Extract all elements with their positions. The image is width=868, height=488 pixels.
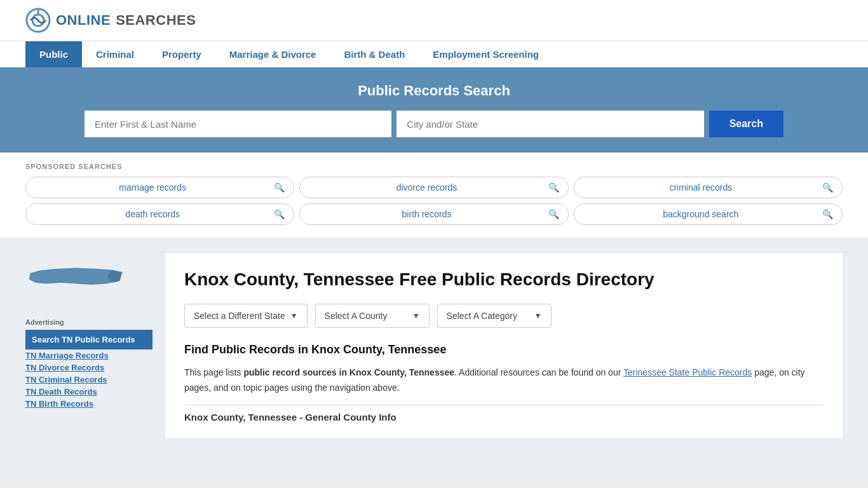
state-dropdown-label: Select a Different State <box>194 311 285 321</box>
sponsored-tag-criminal[interactable]: criminal records 🔍 <box>574 177 843 198</box>
search-fields: Search <box>85 111 783 137</box>
category-dropdown-label: Select A Category <box>447 311 517 321</box>
tennessee-map-svg <box>25 253 127 304</box>
logo[interactable]: ONLINE SEARCHES <box>25 8 196 33</box>
nav-item-employment[interactable]: Employment Screening <box>419 41 553 67</box>
sidebar-advertising-label: Advertising <box>25 318 153 326</box>
category-dropdown-arrow: ▼ <box>534 311 542 320</box>
sponsored-tag-background[interactable]: background search 🔍 <box>574 203 843 225</box>
state-dropdown-arrow: ▼ <box>290 311 298 320</box>
search-icon-background: 🔍 <box>822 209 833 219</box>
sidebar-link-criminal[interactable]: TN Criminal Records <box>25 375 153 384</box>
tn-records-link[interactable]: Tennessee State Public Records <box>623 367 752 377</box>
search-banner-title: Public Records Search <box>25 83 843 99</box>
content-area: Knox County, Tennessee Free Public Recor… <box>165 253 843 438</box>
category-dropdown[interactable]: Select A Category ▼ <box>437 304 552 328</box>
state-dropdown[interactable]: Select a Different State ▼ <box>184 304 308 328</box>
county-general-heading: Knox County, Tennessee - General County … <box>184 412 824 423</box>
logo-text-online: ONLINE <box>56 12 111 29</box>
sidebar-ad-highlight[interactable]: Search TN Public Records <box>25 330 153 349</box>
sidebar: Advertising Search TN Public Records TN … <box>25 253 153 438</box>
nav-item-birth-death[interactable]: Birth & Death <box>330 41 419 67</box>
sponsored-label: SPONSORED SEARCHES <box>25 163 843 170</box>
sidebar-link-death[interactable]: TN Death Records <box>25 387 153 396</box>
sponsored-tag-death[interactable]: death records 🔍 <box>25 203 294 225</box>
search-icon-divorce: 🔍 <box>548 182 559 193</box>
sponsored-grid: marriage records 🔍 divorce records 🔍 cri… <box>25 177 843 225</box>
logo-text-searches: SEARCHES <box>116 12 196 29</box>
location-input[interactable] <box>397 111 703 137</box>
sidebar-link-marriage[interactable]: TN Marriage Records <box>25 351 153 360</box>
county-dropdown-arrow: ▼ <box>412 311 420 320</box>
main-content: Advertising Search TN Public Records TN … <box>0 238 868 453</box>
page-title: Knox County, Tennessee Free Public Recor… <box>184 268 824 291</box>
sponsored-tag-birth[interactable]: birth records 🔍 <box>299 203 568 225</box>
tn-map <box>25 253 153 306</box>
search-button[interactable]: Search <box>709 111 783 137</box>
dropdown-row: Select a Different State ▼ Select A Coun… <box>184 304 824 328</box>
description-text: This page lists public record sources in… <box>184 365 824 396</box>
sponsored-tag-marriage[interactable]: marriage records 🔍 <box>25 177 294 198</box>
section-divider <box>184 405 824 405</box>
logo-icon <box>25 8 51 33</box>
county-dropdown-label: Select A County <box>325 311 388 321</box>
nav-item-property[interactable]: Property <box>148 41 215 67</box>
sponsored-section: SPONSORED SEARCHES marriage records 🔍 di… <box>0 152 868 238</box>
desc-end: . Additional resources can be found on o… <box>454 367 623 377</box>
search-icon-birth: 🔍 <box>548 209 559 219</box>
sidebar-link-divorce[interactable]: TN Divorce Records <box>25 363 153 372</box>
main-nav: Public Criminal Property Marriage & Divo… <box>0 41 868 67</box>
search-banner: Public Records Search Search <box>0 67 868 152</box>
nav-item-marriage-divorce[interactable]: Marriage & Divorce <box>215 41 330 67</box>
name-input[interactable] <box>85 111 391 137</box>
search-icon-marriage: 🔍 <box>274 182 285 193</box>
nav-item-public[interactable]: Public <box>25 41 82 67</box>
desc-bold: public record sources in Knox County, Te… <box>243 367 454 377</box>
search-icon-criminal: 🔍 <box>822 182 833 193</box>
search-icon-death: 🔍 <box>274 209 285 219</box>
sidebar-link-birth[interactable]: TN Birth Records <box>25 399 153 409</box>
section-heading: Find Public Records in Knox County, Tenn… <box>184 343 824 356</box>
sponsored-tag-divorce[interactable]: divorce records 🔍 <box>299 177 568 198</box>
desc-intro: This page lists <box>184 367 243 377</box>
site-header: ONLINE SEARCHES <box>0 0 868 41</box>
county-dropdown[interactable]: Select A County ▼ <box>315 304 430 328</box>
nav-item-criminal[interactable]: Criminal <box>82 41 148 67</box>
